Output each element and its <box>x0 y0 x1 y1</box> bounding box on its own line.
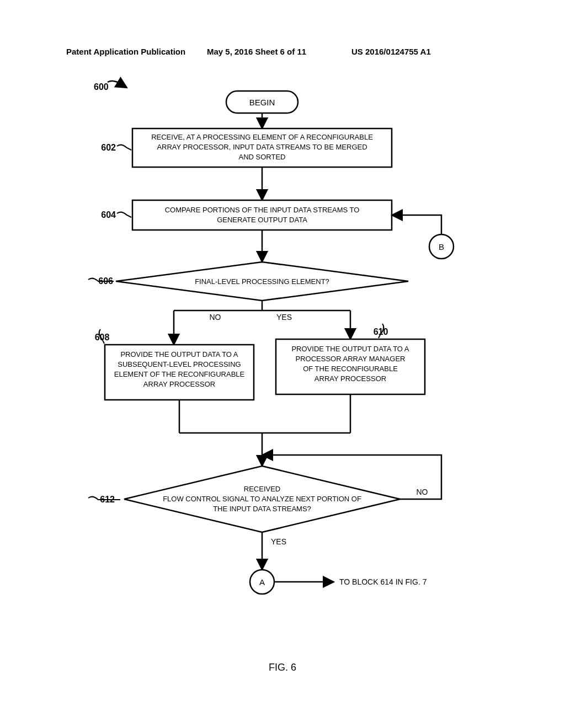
yes-label-612: YES <box>271 537 286 546</box>
no-label-606: NO <box>210 313 221 322</box>
decision-606-text: FINAL-LEVEL PROCESSING ELEMENT? <box>195 277 329 286</box>
svg-text:AND SORTED: AND SORTED <box>239 153 286 161</box>
svg-text:OF THE RECONFIGURABLE: OF THE RECONFIGURABLE <box>303 365 398 373</box>
svg-text:COMPARE PORTIONS OF THE INPUT : COMPARE PORTIONS OF THE INPUT DATA STREA… <box>165 206 360 214</box>
no-label-612: NO <box>417 488 428 496</box>
begin-label: BEGIN <box>249 98 275 107</box>
note-to-614: TO BLOCK 614 IN FIG. 7 <box>339 577 427 586</box>
step-604 <box>132 200 392 230</box>
header-right: US 2016/0124755 A1 <box>351 47 431 56</box>
flowchart: 600 BEGIN RECEIVE, AT A PROCESSING ELEME… <box>55 69 508 654</box>
yes-label-606: YES <box>276 313 292 322</box>
ref-600: 600 <box>94 82 109 92</box>
b612-l2: FLOW CONTROL SIGNAL TO ANALYZE NEXT PORT… <box>163 495 361 503</box>
connector-b-label: B <box>439 242 444 251</box>
connector-a-label: A <box>259 577 265 587</box>
svg-text:PROVIDE THE OUTPUT DATA TO A: PROVIDE THE OUTPUT DATA TO A <box>291 345 409 353</box>
ref-602: 602 <box>101 143 116 152</box>
svg-text:PROCESSOR ARRAY MANAGER: PROCESSOR ARRAY MANAGER <box>296 355 406 363</box>
svg-text:PROVIDE THE OUTPUT DATA TO A: PROVIDE THE OUTPUT DATA TO A <box>120 350 238 358</box>
figure-caption: FIG. 6 <box>0 662 565 673</box>
header-center: May 5, 2016 Sheet 6 of 11 <box>207 47 306 56</box>
header-left: Patent Application Publication <box>66 47 185 56</box>
ref-608: 608 <box>95 333 110 342</box>
svg-text:SUBSEQUENT-LEVEL PROCESSING: SUBSEQUENT-LEVEL PROCESSING <box>118 360 241 368</box>
b612-l1: RECEIVED <box>244 485 280 493</box>
ref-610: 610 <box>374 327 388 336</box>
svg-text:ARRAY PROCESSOR: ARRAY PROCESSOR <box>315 374 386 383</box>
svg-text:RECEIVE, AT A PROCESSING ELEME: RECEIVE, AT A PROCESSING ELEMENT OF A RE… <box>151 133 373 141</box>
svg-text:ARRAY PROCESSOR, INPUT DATA ST: ARRAY PROCESSOR, INPUT DATA STREAMS TO B… <box>157 143 367 151</box>
svg-text:ELEMENT OF THE RECONFIGURABLE: ELEMENT OF THE RECONFIGURABLE <box>114 370 245 378</box>
b612-l3: THE INPUT DATA STREAMS? <box>213 505 311 513</box>
ref-604: 604 <box>101 210 116 220</box>
patent-page: Patent Application Publication May 5, 20… <box>0 0 565 728</box>
svg-text:ARRAY PROCESSOR: ARRAY PROCESSOR <box>143 380 215 388</box>
svg-text:GENERATE OUTPUT DATA: GENERATE OUTPUT DATA <box>217 216 307 224</box>
